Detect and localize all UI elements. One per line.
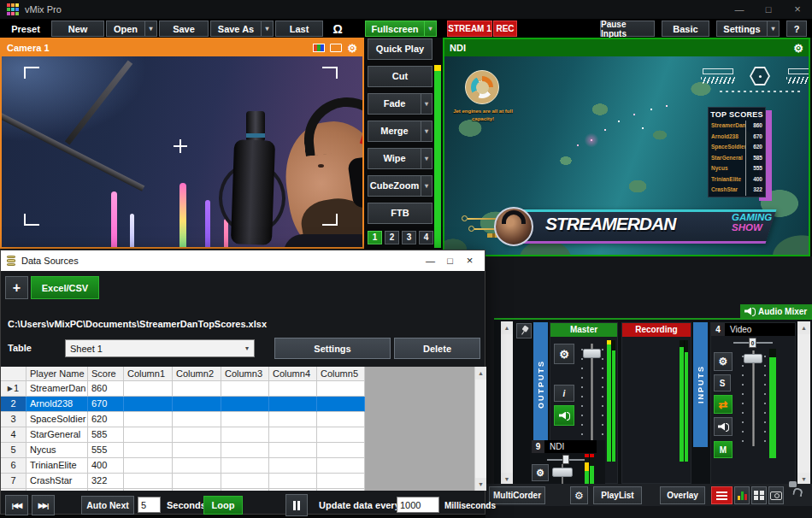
empty-cell[interactable] — [124, 427, 173, 443]
input-4-fader-knob[interactable] — [744, 354, 762, 363]
program-gear-icon[interactable]: ⚙ — [793, 43, 803, 54]
dropdown-arrow-icon[interactable]: ▾ — [421, 149, 432, 168]
stream-button[interactable]: STREAM 1 — [447, 21, 492, 37]
empty-cell[interactable] — [317, 474, 365, 489]
row-header-cell[interactable]: 5 — [1, 443, 26, 458]
player-name-cell[interactable]: CrashStar — [26, 474, 88, 489]
loop-button[interactable]: Loop — [203, 496, 243, 515]
master-info-button[interactable]: i — [554, 385, 574, 402]
empty-cell[interactable] — [173, 458, 221, 474]
grid-column-header[interactable]: Score — [88, 367, 124, 381]
input-4-fader-track[interactable] — [752, 350, 755, 446]
program-video[interactable]: Jet engines are all at full capacity! TO… — [444, 56, 809, 255]
fullscreen-button[interactable]: Fullscreen ▾ — [365, 21, 437, 37]
row-header-cell[interactable]: 2 — [1, 397, 26, 412]
empty-cell[interactable] — [173, 397, 221, 412]
audio-mixer-tab[interactable]: Audio Mixer — [740, 304, 812, 318]
save-as-button[interactable]: Save As ▾ — [210, 21, 274, 37]
last-button[interactable]: Last — [275, 21, 323, 37]
headphones-icon[interactable]: Ω — [327, 21, 349, 37]
footer-gear-icon[interactable]: ⚙ — [570, 486, 588, 504]
grid-column-header[interactable]: Column5 — [317, 367, 365, 381]
open-button[interactable]: Open ▾ — [106, 21, 157, 37]
empty-cell[interactable] — [317, 427, 365, 443]
pause-inputs-button[interactable]: Pause Inputs — [600, 21, 655, 37]
input-4-mute-button[interactable]: M — [714, 441, 733, 458]
program-header[interactable]: NDI ⚙ — [444, 39, 809, 56]
player-name-cell[interactable]: StreamerDan — [26, 381, 88, 397]
camera-video[interactable] — [2, 56, 362, 247]
empty-cell[interactable] — [317, 397, 365, 412]
grid-column-header[interactable]: Column2 — [173, 367, 221, 381]
save-button[interactable]: Save — [159, 21, 209, 37]
empty-cell[interactable] — [269, 443, 317, 458]
empty-cell[interactable] — [269, 397, 317, 412]
inputs-strip[interactable]: INPUTS — [693, 322, 708, 447]
pause-button[interactable] — [285, 494, 308, 516]
empty-cell[interactable] — [221, 474, 269, 489]
empty-cell[interactable] — [221, 397, 269, 412]
empty-cell[interactable] — [124, 458, 173, 474]
row-header-cell[interactable]: 6 — [1, 458, 26, 474]
scroll-up-icon[interactable]: ▲ — [501, 321, 513, 334]
empty-cell[interactable] — [269, 458, 317, 474]
player-name-cell[interactable]: SpaceSoldier — [26, 412, 88, 427]
input-4-bus-button[interactable]: ⇄ — [714, 395, 733, 414]
master-gear-icon[interactable]: ⚙ — [554, 344, 574, 364]
help-button[interactable]: ? — [786, 21, 807, 37]
grid-column-header[interactable]: Column4 — [269, 367, 317, 381]
scroll-up-icon[interactable]: ▲ — [475, 367, 486, 380]
empty-cell[interactable] — [269, 412, 317, 427]
new-button[interactable]: New — [51, 21, 104, 37]
dropdown-arrow-icon[interactable]: ▾ — [421, 94, 432, 114]
player-name-cell[interactable]: Nycus — [26, 443, 88, 458]
overlay-button[interactable]: Overlay — [660, 486, 705, 504]
basic-button[interactable]: Basic — [662, 21, 709, 37]
input-4-pan-knob[interactable]: 0 — [749, 338, 756, 348]
grid-scrollbar[interactable]: ▲ ▼ — [474, 367, 486, 491]
player-name-cell[interactable]: TrinianElite — [26, 458, 88, 474]
overlay-button-3[interactable]: 3 — [402, 231, 416, 244]
empty-cell[interactable] — [124, 412, 173, 427]
empty-cell[interactable] — [221, 427, 269, 443]
master-speaker-button[interactable] — [554, 405, 574, 426]
player-name-cell[interactable]: Arnold238 — [26, 397, 88, 412]
score-cell[interactable]: 322 — [88, 474, 124, 489]
rec-button[interactable]: REC — [493, 21, 517, 37]
preset-button[interactable]: Preset — [2, 21, 50, 37]
transition-button-quick-play[interactable]: Quick Play — [368, 38, 432, 60]
player-name-cell[interactable]: StarGeneral — [26, 427, 88, 443]
score-cell[interactable]: 670 — [88, 397, 124, 412]
grid-column-header[interactable]: Column3 — [221, 367, 269, 381]
dropdown-arrow-icon[interactable]: ▾ — [421, 121, 432, 141]
open-dropdown-icon[interactable]: ▾ — [144, 21, 156, 36]
preview-gear-icon[interactable]: ⚙ — [347, 43, 357, 54]
empty-cell[interactable] — [221, 381, 269, 397]
add-source-button[interactable]: + — [5, 276, 28, 299]
input-9-pan-knob[interactable] — [562, 455, 569, 464]
outputs-strip[interactable]: OUTPUTS — [533, 322, 548, 447]
empty-cell[interactable] — [317, 412, 365, 427]
empty-cell[interactable] — [173, 381, 221, 397]
score-cell[interactable]: 400 — [88, 458, 124, 474]
empty-cell[interactable] — [269, 474, 317, 489]
last-row-button[interactable]: ▶▶| — [32, 495, 55, 515]
empty-cell[interactable] — [124, 443, 173, 458]
window-close-icon[interactable]: × — [783, 0, 812, 19]
overlay-button-2[interactable]: 2 — [385, 231, 399, 244]
row-header-cell[interactable]: 7 — [1, 474, 26, 489]
input-9-fader-knob[interactable] — [552, 468, 573, 477]
input-9-gear-icon[interactable]: ⚙ — [532, 464, 549, 481]
row-header-cell[interactable]: ▶1 — [1, 381, 26, 397]
empty-cell[interactable] — [269, 427, 317, 443]
first-row-button[interactable]: |◀◀ — [5, 495, 28, 515]
empty-cell[interactable] — [221, 412, 269, 427]
score-cell[interactable]: 860 — [88, 381, 124, 397]
transition-button-merge[interactable]: Merge▾ — [368, 121, 432, 142]
scroll-up-icon[interactable]: ▲ — [797, 321, 810, 334]
transition-button-fade[interactable]: Fade▾ — [368, 93, 432, 115]
settings-dropdown-icon[interactable]: ▾ — [767, 21, 779, 36]
colorbars-icon[interactable] — [313, 44, 325, 52]
transition-button-wipe[interactable]: Wipe▾ — [368, 148, 432, 169]
input-4-speaker-button[interactable] — [714, 417, 733, 436]
